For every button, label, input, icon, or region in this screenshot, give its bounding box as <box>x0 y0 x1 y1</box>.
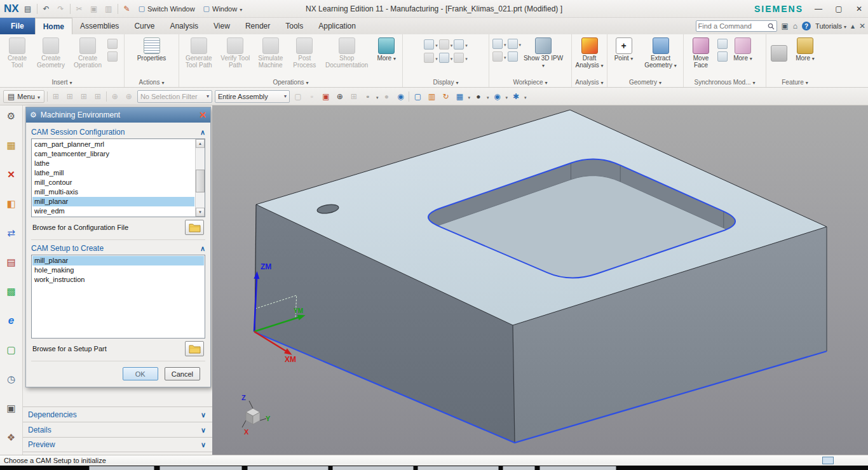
dialog-header[interactable]: ⚙ Machining Environment ✕ <box>26 107 210 123</box>
paste-icon[interactable]: ▥ <box>103 3 114 15</box>
display-option-caret-4[interactable] <box>435 54 438 62</box>
tab-view[interactable]: View <box>206 18 238 34</box>
find-command-input[interactable] <box>698 22 768 30</box>
window-tile-icon[interactable] <box>822 457 834 464</box>
tab-home[interactable]: Home <box>35 18 72 34</box>
workpiece-icon-1[interactable] <box>492 39 503 49</box>
command-repeat-icon[interactable]: ✎ <box>121 3 133 15</box>
display-option-icon-5[interactable] <box>439 53 449 63</box>
effects-icon[interactable]: ✱ <box>510 91 522 102</box>
copy-icon[interactable]: ▣ <box>88 3 100 15</box>
workpiece-icon-3[interactable] <box>492 51 503 62</box>
list-item[interactable]: wire_edm <box>32 206 194 216</box>
tab-tools[interactable]: Tools <box>278 18 311 34</box>
expand-chevron-icon[interactable] <box>201 440 206 449</box>
ok-button[interactable]: OK <box>123 367 158 380</box>
draft-analysis-button[interactable]: Draft Analysis <box>574 36 605 69</box>
operations-more-button[interactable]: More <box>372 36 400 62</box>
workpiece-icon-2[interactable] <box>508 39 518 49</box>
zoom-icon[interactable]: ⊞ <box>348 91 360 102</box>
extract-geometry-button[interactable]: Extract Geometry <box>641 36 681 69</box>
ribbon-group-workpiece-label[interactable]: Workpiece <box>489 77 571 87</box>
ribbon-group-insert-label[interactable]: Insert <box>0 77 124 87</box>
dependencies-section[interactable]: Dependencies <box>23 406 212 422</box>
workpiece-caret-1[interactable] <box>504 40 506 48</box>
render-style-caret[interactable] <box>505 93 508 100</box>
taskbar-button[interactable] <box>89 466 154 470</box>
create-tool-button[interactable]: Create Tool <box>2 36 32 69</box>
create-geometry-button[interactable]: Create Geometry <box>34 36 68 69</box>
workpiece-icon-4[interactable] <box>508 51 518 62</box>
tab-curve[interactable]: Curve <box>126 18 162 34</box>
ribbon-group-analysis-label[interactable]: Analysis <box>572 77 607 87</box>
shop-documentation-button[interactable]: Shop Documentation <box>322 36 371 69</box>
expand-chevron-icon[interactable] <box>201 426 206 434</box>
close-button[interactable]: ✕ <box>854 4 864 13</box>
window-display-icon[interactable]: ▢ <box>412 91 423 102</box>
taskbar-button[interactable] <box>503 466 535 470</box>
list-item[interactable]: work_instruction <box>32 275 204 285</box>
list-item[interactable]: hole_making <box>32 265 204 275</box>
hd3d-tools-icon[interactable]: ▤ <box>4 255 18 269</box>
taskbar-button[interactable] <box>159 466 242 470</box>
ribbon-group-synchronous-label[interactable]: Synchronous Mod... <box>684 77 766 87</box>
dialog-close-icon[interactable]: ✕ <box>199 111 207 119</box>
switch-window-button[interactable]: ▢ Switch Window <box>136 3 198 14</box>
taskbar-button[interactable] <box>247 466 329 470</box>
generate-tool-path-button[interactable]: Generate Tool Path <box>181 36 217 69</box>
snap-point-icon-2[interactable]: ⊞ <box>64 91 76 102</box>
simulate-machine-button[interactable]: Simulate Machine <box>254 36 287 69</box>
snap-point-icon-5[interactable]: ⊕ <box>109 91 121 102</box>
properties-button[interactable]: Properties <box>133 36 171 62</box>
graphics-viewport[interactable]: ZM YM XM Z X Y <box>212 105 868 455</box>
collapse-chevron-icon[interactable] <box>200 244 205 253</box>
list-item[interactable]: lathe_mill <box>32 168 194 178</box>
tab-analysis[interactable]: Analysis <box>162 18 206 34</box>
cancel-button[interactable]: Cancel <box>165 367 200 380</box>
taskbar-button[interactable] <box>332 466 414 470</box>
tab-application[interactable]: Application <box>311 18 363 34</box>
home-icon[interactable]: ⌂ <box>793 22 797 30</box>
menu-button[interactable]: ▤ Menu <box>3 90 44 103</box>
render-style-icon[interactable]: ◉ <box>491 91 503 102</box>
refresh-icon[interactable]: ↻ <box>440 91 451 102</box>
scroll-up-button[interactable] <box>196 139 205 148</box>
window-menu-button[interactable]: ▢ Window <box>201 3 245 14</box>
effects-caret[interactable] <box>524 93 527 100</box>
resource-panel-icon[interactable]: ▣ <box>782 22 789 30</box>
history-icon[interactable]: ◷ <box>4 372 18 386</box>
ribbon-group-actions-label[interactable]: Actions <box>125 77 179 87</box>
lasso-caret[interactable] <box>376 93 379 100</box>
taskbar-button[interactable] <box>539 466 616 470</box>
taskbar-button[interactable] <box>417 466 499 470</box>
redo-icon[interactable]: ↷ <box>55 3 67 15</box>
roles-icon[interactable]: ❖ <box>4 431 18 445</box>
details-section[interactable]: Details <box>23 422 212 437</box>
process-studio-icon[interactable]: ▢ <box>4 343 18 357</box>
browse-setup-button[interactable] <box>185 341 204 356</box>
list-item[interactable]: lathe <box>32 159 194 168</box>
display-option-icon-2[interactable] <box>439 39 449 50</box>
point-button[interactable]: + Point <box>611 36 637 62</box>
workpiece-caret-2[interactable] <box>519 40 522 48</box>
highlight-icon[interactable]: ▫ <box>306 91 318 102</box>
cam-session-configuration-header[interactable]: CAM Session Configuration <box>31 126 205 138</box>
verify-tool-path-button[interactable]: Verify Tool Path <box>218 36 254 69</box>
move-face-button[interactable]: Move Face <box>686 36 716 69</box>
tab-render[interactable]: Render <box>238 18 278 34</box>
selection-scope-select[interactable]: Entire Assembly ▾ <box>215 90 290 103</box>
scroll-thumb[interactable] <box>196 170 205 192</box>
display-option-caret-3[interactable] <box>465 41 468 48</box>
list-item-selected[interactable]: mill_planar <box>32 256 204 265</box>
select-window-icon[interactable]: ▢ <box>292 91 304 102</box>
list-item[interactable]: cam_teamcenter_library <box>32 149 194 159</box>
list-item[interactable]: mill_contour <box>32 178 194 187</box>
expand-chevron-icon[interactable] <box>201 410 206 419</box>
shaded-view-caret[interactable] <box>487 93 489 100</box>
display-option-icon-1[interactable] <box>424 39 434 50</box>
workpiece-caret-3[interactable] <box>504 53 506 60</box>
display-option-icon-3[interactable] <box>454 39 464 50</box>
help-icon[interactable]: ? <box>802 22 811 30</box>
maximize-button[interactable]: ▢ <box>834 4 844 13</box>
display-option-caret-6[interactable] <box>465 54 468 62</box>
